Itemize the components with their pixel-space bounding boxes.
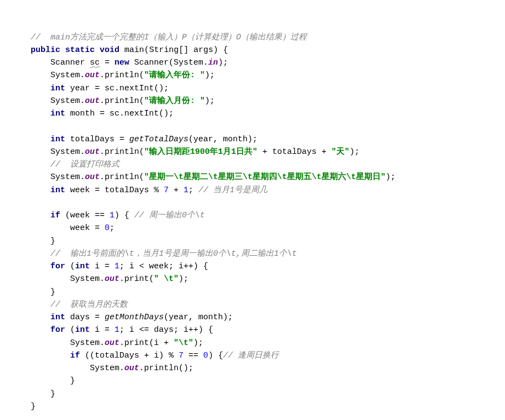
number: 1 — [110, 211, 114, 220]
brace: } — [50, 237, 55, 246]
code-block: // main方法完成一个完整的I（输入）P（计算处理）O（输出结果）过程 pu… — [11, 31, 494, 413]
text: ( — [65, 262, 75, 271]
text: = — [100, 58, 114, 67]
keyword-if: if — [50, 211, 60, 220]
keyword-for: for — [50, 262, 65, 271]
text: month = sc.nextInt(); — [65, 109, 174, 118]
keyword-public: public — [31, 45, 60, 55]
comment: // main方法完成一个完整的I（输入）P（计算处理）O（输出结果）过程 — [31, 33, 307, 42]
text: (year, month); — [188, 135, 257, 144]
keyword-if: if — [70, 351, 80, 360]
number: 1 — [183, 186, 188, 195]
keyword-int: int — [50, 84, 65, 93]
keyword-static: static — [65, 45, 95, 55]
text: ; — [110, 223, 114, 233]
field-in: in — [208, 58, 218, 67]
line: System.out.print(" \t"); — [11, 274, 188, 284]
text: ); — [386, 172, 395, 182]
brace: } — [31, 402, 36, 411]
line: int totalDays = getTotalDays(year, month… — [11, 135, 257, 144]
comment: // 获取当月的天数 — [50, 300, 128, 309]
method-call: getMonthDays — [105, 313, 164, 322]
line: System.out.println("请输入年份: "); — [11, 71, 215, 80]
text: (year, month); — [164, 313, 233, 322]
comment: // 输出1号前面的\t，当月1号是周一输出0个\t,周二输出1个\t — [50, 249, 297, 258]
text: ((totalDays + i) % — [80, 351, 179, 360]
line: week = 0; — [11, 223, 114, 233]
number: 7 — [179, 351, 183, 360]
number: 0 — [105, 223, 110, 233]
text: ); — [179, 274, 188, 284]
line: System.out.println("请输入月份: "); — [11, 96, 215, 106]
text: week = — [70, 223, 105, 233]
text: System. — [90, 364, 124, 373]
keyword-int: int — [50, 135, 65, 144]
string: "输入日期距1900年1月1日共" — [144, 147, 257, 157]
string: "星期一\t星期二\t星期三\t星期四\t星期五\t星期六\t星期日" — [144, 172, 386, 182]
comment: // 逢周日换行 — [223, 351, 279, 360]
text: i + — [154, 338, 174, 348]
text: totalDays = — [65, 135, 129, 144]
string: "请输入年份: " — [144, 71, 205, 80]
field-out: out — [105, 274, 119, 284]
var-sc: sc — [90, 58, 100, 67]
text: .println( — [100, 172, 144, 182]
line: } — [11, 287, 55, 297]
line: if (week == 1) { // 周一输出0个\t — [11, 211, 205, 220]
text: days = — [65, 313, 105, 322]
line: // 获取当月的天数 — [11, 300, 128, 309]
method-call: getTotalDays — [129, 135, 188, 144]
field-out: out — [85, 71, 100, 80]
line: System.out.println("输入日期距1900年1月1日共" + t… — [11, 147, 359, 157]
text: + — [169, 186, 183, 195]
comment: // 周一输出0个\t — [134, 211, 205, 220]
field-out: out — [85, 172, 100, 182]
text: (String[] args) { — [144, 45, 228, 55]
comment: // 当月1号是周几 — [198, 186, 267, 195]
text: System. — [50, 71, 85, 80]
number: 1 — [114, 325, 119, 335]
text: ); — [205, 96, 215, 106]
text: (); — [179, 364, 193, 373]
text: ; — [188, 186, 198, 195]
text: ; i < week; i++) { — [119, 262, 208, 271]
keyword-int: int — [50, 313, 65, 322]
text: System. — [50, 96, 85, 106]
number: 1 — [114, 262, 119, 271]
field-out: out — [105, 338, 119, 348]
line: for (int i = 1; i < week; i++) { — [11, 262, 208, 271]
line: System.out.print(i + "\t"); — [11, 338, 203, 348]
field-out: out — [124, 364, 139, 373]
text: ); — [349, 147, 359, 157]
keyword-void: void — [100, 45, 119, 55]
text: ); — [205, 71, 215, 80]
text: System. — [70, 274, 105, 284]
text: (week == — [60, 211, 110, 220]
blank-line — [11, 122, 16, 131]
brace: } — [50, 287, 55, 297]
keyword-for: for — [50, 325, 65, 335]
text: System. — [50, 147, 85, 157]
line: // main方法完成一个完整的I（输入）P（计算处理）O（输出结果）过程 — [11, 33, 307, 42]
string: "请输入月份: " — [144, 96, 205, 106]
keyword-new: new — [114, 58, 129, 67]
line: } — [11, 237, 55, 246]
text: year = sc.nextInt(); — [65, 84, 169, 93]
keyword-int: int — [75, 262, 90, 271]
line: System.out.println("星期一\t星期二\t星期三\t星期四\t… — [11, 172, 395, 182]
text: ; i <= days; i++) { — [119, 325, 213, 335]
field-out: out — [85, 147, 100, 157]
text: .print( — [119, 274, 154, 284]
brace: } — [70, 376, 75, 386]
blank-line — [11, 198, 16, 208]
text: week = totalDays % — [65, 186, 164, 195]
line: if ((totalDays + i) % 7 == 0) {// 逢周日换行 — [11, 351, 279, 360]
keyword-int: int — [50, 186, 65, 195]
line: Scanner sc = new Scanner(System.in); — [11, 58, 228, 67]
string: "\t" — [174, 338, 193, 348]
comment: // 设置打印格式 — [50, 160, 119, 169]
line: int year = sc.nextInt(); — [11, 84, 169, 93]
line: for (int i = 1; i <= days; i++) { — [11, 325, 213, 335]
text: .println — [139, 364, 179, 373]
string: " \t" — [154, 274, 179, 284]
